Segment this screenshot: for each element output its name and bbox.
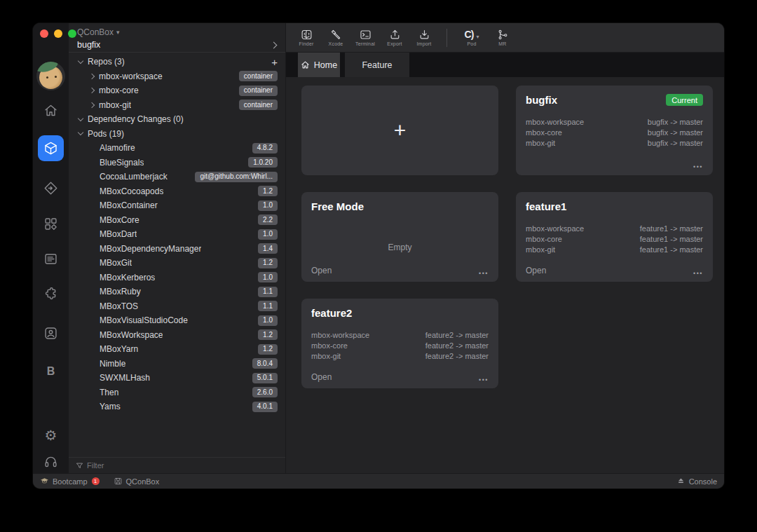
tab-bar: Home Feature (286, 53, 724, 77)
pod-item[interactable]: MBoxCore 2.2 (69, 213, 285, 228)
toolbar: Finder Xcode Terminal Export (286, 23, 724, 53)
home-icon[interactable] (33, 101, 69, 119)
pod-name: MBoxKerberos (100, 273, 155, 282)
add-repo-button[interactable]: + (271, 57, 278, 67)
terminal-button[interactable]: Terminal (350, 29, 380, 46)
more-button[interactable]: ••• (479, 270, 489, 277)
pod-item[interactable]: MBoxRuby 1.1 (69, 285, 285, 299)
pod-version-badge: 1.2 (258, 329, 278, 340)
gear-icon[interactable]: ⚙ (33, 426, 69, 444)
feature-card-free-mode[interactable]: Free Mode Empty Open ••• (301, 192, 498, 282)
current-branch-row[interactable]: bugfix (69, 38, 285, 53)
feature-board: + bugfix Current mbox-workspace (286, 77, 724, 473)
packages-icon[interactable] (38, 135, 64, 161)
qconbox-status[interactable]: QConBox (114, 477, 160, 486)
pod-name: Then (100, 388, 118, 397)
feature-card-feature1[interactable]: feature1 mbox-workspace feature1 -> mast… (516, 192, 713, 282)
pod-item[interactable]: MBoxWorkspace 1.2 (69, 328, 285, 343)
pod-version-badge: git@github.com:Whirl... (195, 172, 278, 182)
pod-name: Yams (100, 402, 121, 411)
pod-item[interactable]: BlueSignals 1.0.20 (69, 156, 285, 170)
notes-icon[interactable] (33, 250, 69, 268)
desktop: B ⚙ QConBox ▾ bugfix (0, 0, 757, 532)
import-button[interactable]: Import (409, 29, 439, 46)
tab-home[interactable]: Home (298, 53, 340, 77)
open-button[interactable]: Open (311, 372, 332, 382)
bootcamp-status[interactable]: Bootcamp 1 (40, 477, 100, 486)
feature-card-bugfix[interactable]: bugfix Current mbox-workspace bugfix -> … (516, 86, 713, 175)
card-title: Free Mode (311, 200, 364, 212)
tree-section-repos[interactable]: Repos (3) + (69, 55, 285, 69)
pod-item[interactable]: MBoxKerberos 1.0 (69, 271, 285, 285)
repo-branch-row: mbox-core feature1 -> master (526, 234, 703, 245)
tree-section-dependency-changes[interactable]: Dependency Changes (0) (69, 112, 285, 127)
repo-name: mbox-git (526, 138, 555, 149)
pod-item[interactable]: MBoxDependencyManager 1.4 (69, 242, 285, 257)
git-diamond-icon[interactable] (33, 179, 69, 197)
repo-item[interactable]: mbox-git container (69, 98, 285, 113)
disclosure-open-icon (78, 58, 83, 64)
export-button[interactable]: Export (380, 29, 409, 46)
home-icon (301, 60, 310, 69)
repo-badge: container (239, 100, 278, 110)
import-icon (418, 29, 430, 41)
minimize-button[interactable] (54, 29, 62, 38)
close-button[interactable] (40, 29, 48, 38)
headset-icon[interactable] (33, 452, 69, 470)
grid-icon[interactable] (33, 214, 69, 233)
puzzle-icon[interactable] (33, 285, 69, 303)
workspace-switcher[interactable]: QConBox ▾ (69, 23, 285, 38)
merge-request-icon (497, 29, 509, 41)
card-title: bugfix (526, 94, 557, 106)
pod-version-badge: 2.6.0 (252, 387, 278, 397)
branch-mapping: feature2 -> master (425, 351, 489, 362)
pod-item[interactable]: MBoxDart 1.0 (69, 227, 285, 242)
filter-bar (69, 457, 285, 473)
pod-item[interactable]: SWXMLHash 5.0.1 (69, 371, 285, 386)
pod-name: Alamofire (100, 143, 135, 153)
pod-item[interactable]: Then 2.6.0 (69, 386, 285, 400)
photos-icon[interactable] (33, 324, 69, 342)
avatar[interactable] (36, 62, 65, 90)
pod-item[interactable]: MBoxTOS 1.1 (69, 299, 285, 314)
feature-card-feature2[interactable]: feature2 mbox-workspace feature2 -> mast… (301, 299, 498, 388)
pod-name: MBoxCocoapods (100, 186, 163, 196)
pod-item[interactable]: Alamofire 4.8.2 (69, 141, 285, 156)
repo-item[interactable]: mbox-workspace container (69, 69, 285, 84)
pod-item[interactable]: MBoxCocoapods 1.2 (69, 184, 285, 199)
open-button[interactable]: Open (311, 266, 332, 275)
pod-item[interactable]: CocoaLumberjack git@github.com:Whirl... (69, 170, 285, 184)
pod-name: MBoxCore (100, 215, 139, 225)
more-button[interactable]: ••• (479, 376, 489, 383)
console-toggle[interactable]: Console (676, 477, 717, 486)
more-button[interactable]: ••• (693, 270, 703, 277)
tree-section-pods[interactable]: Pods (19) (69, 127, 285, 142)
repo-item[interactable]: mbox-core container (69, 83, 285, 98)
repo-name: mbox-core (526, 128, 562, 138)
add-feature-card[interactable]: + (301, 86, 498, 175)
zoom-button[interactable] (68, 29, 76, 38)
section-label: Pods (19) (88, 129, 124, 139)
repos-list: mbox-workspace container mbox-core conta… (69, 69, 285, 113)
tab-feature[interactable]: Feature (345, 53, 409, 77)
main-area: Finder Xcode Terminal Export (286, 23, 724, 473)
pod-item[interactable]: MBoxVisualStudioCode 1.0 (69, 313, 285, 328)
pod-name: MBoxDart (100, 229, 137, 239)
pod-item[interactable]: MBoxYarn 1.2 (69, 342, 285, 357)
filter-input[interactable] (87, 461, 278, 470)
pod-item[interactable]: Yams 4.0.1 (69, 400, 285, 414)
more-button[interactable]: ••• (693, 163, 703, 170)
mr-button[interactable]: MR (489, 29, 517, 46)
pod-item[interactable]: MBoxGit 1.2 (69, 256, 285, 271)
pod-button[interactable]: C) ▾ Pod (455, 29, 489, 46)
b-icon[interactable]: B (33, 362, 69, 381)
pod-item[interactable]: MBoxContainer 1.0 (69, 198, 285, 213)
chevron-right-icon (271, 41, 278, 48)
pod-item[interactable]: Nimble 8.0.4 (69, 357, 285, 371)
finder-button[interactable]: Finder (292, 29, 321, 46)
repo-name: mbox-git (526, 245, 555, 255)
open-button[interactable]: Open (526, 266, 546, 275)
pod-name: Nimble (100, 359, 125, 369)
pod-version-badge: 4.8.2 (252, 143, 278, 154)
xcode-button[interactable]: Xcode (321, 29, 350, 46)
